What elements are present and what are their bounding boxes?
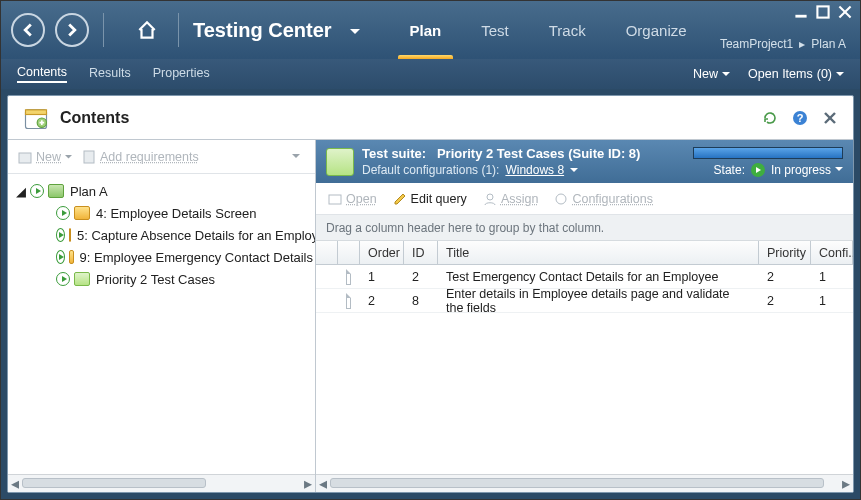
maximize-button[interactable] [816, 5, 830, 19]
document-icon [346, 293, 351, 309]
cell-id: 2 [404, 270, 438, 284]
content-title: Contents [60, 109, 129, 127]
col-priority[interactable]: Priority [759, 241, 811, 264]
scroll-left-icon[interactable]: ◂ [317, 477, 329, 489]
run-icon [56, 250, 65, 264]
subtab-label: Results [89, 66, 131, 80]
scroll-right-icon[interactable]: ▸ [840, 477, 852, 489]
scroll-left-icon[interactable]: ◂ [9, 477, 21, 489]
separator [178, 13, 179, 47]
subnav-right: New Open Items (0) [693, 67, 844, 81]
collapse-icon[interactable]: ◢ [16, 184, 26, 199]
col-config[interactable]: Confi... [811, 241, 853, 264]
add-req-label: Add requirements [100, 150, 199, 164]
minimize-button[interactable] [794, 5, 808, 19]
assign-button[interactable]: Assign [483, 192, 539, 206]
subtab-results[interactable]: Results [89, 66, 131, 82]
edit-query-button[interactable]: Edit query [393, 192, 467, 206]
breadcrumb-plan[interactable]: Plan A [811, 37, 846, 51]
svg-rect-11 [19, 153, 31, 163]
content-body: New Add requirements ◢ Plan A [8, 140, 853, 492]
subtab-label: Contents [17, 65, 67, 79]
tab-label: Track [549, 22, 586, 39]
suite-config-row: Default configurations (1): Windows 8 [362, 163, 640, 177]
tree-item[interactable]: 5: Capture Absence Details for an Employ… [10, 224, 313, 246]
add-requirements-button[interactable]: Add requirements [82, 150, 199, 164]
tab-label: Organize [626, 22, 687, 39]
cell-config: 1 [811, 294, 853, 308]
tab-organize[interactable]: Organize [606, 1, 707, 59]
tab-label: Plan [410, 22, 442, 39]
grid-row[interactable]: 1 2 Test Emergency Contact Details for a… [316, 265, 853, 289]
tree-item[interactable]: 9: Employee Emergency Contact Details [10, 246, 313, 268]
state-label: State: [714, 163, 745, 177]
row-icon [338, 293, 360, 309]
new-suite-button[interactable]: New [18, 150, 72, 164]
config-label: Default configurations (1): [362, 163, 499, 177]
chevron-down-icon [722, 72, 730, 77]
tree-item-label: Priority 2 Test Cases [96, 272, 215, 287]
col-title[interactable]: Title [438, 241, 759, 264]
row-icon [338, 269, 360, 285]
close-button[interactable] [838, 5, 852, 19]
sub-nav: Contents Results Properties New Open Ite… [1, 59, 860, 89]
subtab-contents[interactable]: Contents [17, 65, 67, 83]
group-by-header[interactable]: Drag a column header here to group by th… [316, 215, 853, 241]
configurations-label: Configurations [572, 192, 653, 206]
col-order[interactable]: Order [360, 241, 404, 264]
new-label: New [693, 67, 718, 81]
col-id[interactable]: ID [404, 241, 438, 264]
col-draghandle[interactable] [316, 241, 338, 264]
tree-root[interactable]: ◢ Plan A [10, 180, 313, 202]
subtab-properties[interactable]: Properties [153, 66, 210, 82]
configurations-button[interactable]: Configurations [554, 192, 653, 206]
tree-overflow-icon[interactable] [287, 148, 305, 166]
breadcrumb-project[interactable]: TeamProject1 [720, 37, 793, 51]
help-icon[interactable]: ? [791, 109, 809, 127]
suite-icon [74, 206, 90, 220]
open-items-dropdown[interactable]: Open Items (0) [748, 67, 844, 81]
run-icon [30, 184, 44, 198]
close-panel-icon[interactable] [821, 109, 839, 127]
suite-title-row: Test suite: Priority 2 Test Cases (Suite… [362, 146, 640, 161]
chevron-down-icon[interactable] [570, 168, 578, 173]
refresh-icon[interactable] [761, 109, 779, 127]
tree-item-label: 5: Capture Absence Details for an Employ… [77, 228, 315, 243]
tree-item[interactable]: 4: Employee Details Screen [10, 202, 313, 224]
tree-root-label: Plan A [70, 184, 108, 199]
grid-row[interactable]: 2 8 Enter details in Employee details pa… [316, 289, 853, 313]
app-dropdown[interactable] [350, 21, 360, 39]
run-icon [56, 228, 65, 242]
assign-icon [483, 192, 497, 206]
home-button[interactable] [130, 13, 164, 47]
scroll-thumb[interactable] [22, 478, 206, 488]
new-dropdown[interactable]: New [693, 67, 730, 81]
right-hscrollbar[interactable]: ◂ ▸ [316, 474, 853, 492]
tab-track[interactable]: Track [529, 1, 606, 59]
tab-plan[interactable]: Plan [390, 1, 462, 59]
tree-item-label: 4: Employee Details Screen [96, 206, 256, 221]
app-title: Testing Center [193, 19, 332, 42]
suite-header-icon [326, 148, 354, 176]
chevron-down-icon [836, 72, 844, 77]
cell-priority: 2 [759, 294, 811, 308]
tab-test[interactable]: Test [461, 1, 529, 59]
state-dropdown[interactable]: In progress [771, 163, 843, 177]
tree-item-selected[interactable]: Priority 2 Test Cases [10, 268, 313, 290]
svg-point-14 [487, 194, 493, 200]
config-icon [554, 192, 568, 206]
suite-icon [69, 228, 71, 242]
open-button[interactable]: Open [328, 192, 377, 206]
left-hscrollbar[interactable]: ◂ ▸ [8, 474, 315, 492]
col-icon[interactable] [338, 241, 360, 264]
scroll-thumb[interactable] [330, 478, 824, 488]
scroll-right-icon[interactable]: ▸ [302, 477, 314, 489]
plan-tree: ◢ Plan A 4: Employee Details Screen 5: C… [8, 174, 315, 474]
forward-button[interactable] [55, 13, 89, 47]
state-play-icon [751, 163, 765, 177]
suite-label: Test suite: [362, 146, 426, 161]
state-value: In progress [771, 163, 831, 177]
back-button[interactable] [11, 13, 45, 47]
left-pane: New Add requirements ◢ Plan A [8, 140, 316, 492]
config-link[interactable]: Windows 8 [505, 163, 564, 177]
